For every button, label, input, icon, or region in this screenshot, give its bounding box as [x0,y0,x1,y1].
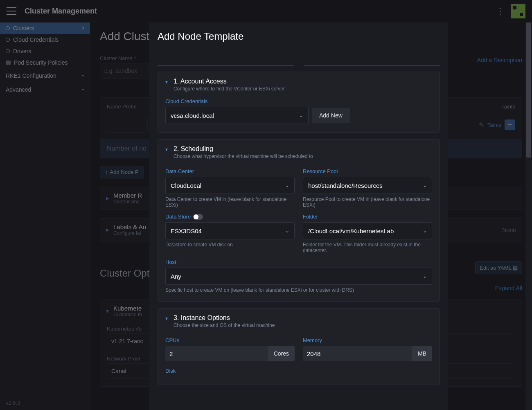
cpus-unit: Cores [268,346,295,361]
name-prefix-input[interactable] [107,117,148,133]
hamburger-menu-icon[interactable] [7,7,16,15]
datacenter-select[interactable]: CloudLocal ⌄ [165,177,295,194]
memory-input[interactable] [303,346,412,361]
sidebar-section-label: Advanced [6,86,31,93]
folder-select[interactable]: /CloudLocal/vm/KubernetesLab ⌄ [303,222,432,239]
brand-logo[interactable] [511,4,525,18]
cpus-input[interactable] [165,346,268,361]
datastore-label: Data Store [165,214,295,220]
chevron-down-icon: › [81,89,86,90]
resourcepool-label: Resource Pool [303,168,432,174]
modal-tab-1[interactable] [158,54,294,66]
sidebar-item-clusters[interactable]: Clusters 2 [0,23,90,34]
plus-icon: + [105,169,108,175]
folder-hint: Folder for the VM. This folder must alre… [303,242,432,253]
sidebar-item-label: Drivers [13,48,31,54]
account-access-header[interactable]: ▼ 1. Account Access Configure where to f… [158,72,440,96]
add-node-pool-button[interactable]: + Add Node P [100,166,144,178]
resourcepool-hint: Resource Pool to create VM in (leave bla… [303,196,432,208]
datastore-toggle[interactable] [193,214,203,220]
driver-icon [6,49,10,53]
sidebar-item-pod-security[interactable]: Pod Security Policies [0,57,90,68]
scheduling-header[interactable]: ▼ 2. Scheduling Choose what hypervisor t… [158,140,440,163]
folder-label: Folder [303,214,432,220]
folder-icon [6,61,11,65]
kebab-menu-icon[interactable]: ⋮ [495,6,505,16]
cluster-name-input[interactable] [100,63,149,79]
file-icon: ▤ [513,265,518,271]
instance-options-section: ▼ 3. Instance Options Choose the size an… [158,308,440,385]
credential-icon [6,38,10,42]
datacenter-label: Data Center [165,168,295,174]
memory-label: Memory [303,337,432,343]
cloud-credentials-label: Cloud Credentials [165,98,432,104]
taints-link[interactable]: Taints [487,122,501,128]
host-label: Host [165,259,432,265]
modal-title: Add Node Template [158,31,440,42]
modal-tab-2[interactable] [304,54,440,66]
chevron-down-icon: ⌄ [423,228,427,234]
host-select[interactable]: Any ⌄ [165,268,432,285]
cpus-label: CPUs [165,337,295,343]
edit-as-yaml-button[interactable]: Edit as YAML ▤ [475,261,522,274]
sidebar-section-label: RKE1 Configuration [6,72,56,79]
instance-options-header[interactable]: ▼ 3. Instance Options Choose the size an… [158,309,440,332]
scrollbar-thumb[interactable] [526,23,531,158]
add-node-template-modal: Add Node Template ▼ 1. Account Access Co… [149,23,448,410]
account-access-section: ▼ 1. Account Access Configure where to f… [158,72,440,133]
chevron-down-icon: ⌄ [285,228,289,234]
cluster-options-title: Cluster Opt [100,268,149,279]
edit-icon: ✎ [479,121,484,129]
window-scrollbar[interactable] [525,23,532,410]
memory-unit: MB [412,346,432,361]
version-text: v2.6.3 [6,400,20,406]
host-hint: Specific host to create VM on (leave bla… [165,287,432,293]
sidebar-section-rke1[interactable]: RKE1 Configuration › [0,69,90,82]
disk-label: Disk [165,368,432,374]
triangle-right-icon: ▶ [106,228,109,232]
datastore-select[interactable]: ESX3DS04 ⌄ [165,222,295,239]
scheduling-section: ▼ 2. Scheduling Choose what hypervisor t… [158,139,440,302]
triangle-down-icon: ▶ [106,310,110,313]
sidebar-item-label: Clusters [13,25,34,32]
triangle-down-icon: ▼ [165,80,169,84]
sidebar-item-drivers[interactable]: Drivers [0,45,90,57]
sidebar: Clusters 2 Cloud Credentials Drivers Pod… [0,23,90,410]
taints-header: Taints [501,104,515,110]
chevron-down-icon: ⌄ [285,182,289,188]
page-header-title: Cluster Management [25,7,97,16]
top-header: Cluster Management ⋮ [0,0,532,23]
sidebar-item-label: Cloud Credentials [13,36,59,43]
sidebar-item-cloud-credentials[interactable]: Cloud Credentials [0,34,90,45]
name-prefix-label: Name Prefix [107,104,136,110]
chevron-down-icon: › [81,75,86,77]
datacenter-hint: Data Center to create VM in (leave blank… [165,196,295,208]
chevron-down-icon: ⌄ [299,113,303,118]
cloud-credentials-select[interactable]: vcsa.cloud.local ⌄ [165,107,309,124]
sidebar-item-count: 2 [81,25,84,32]
resourcepool-select[interactable]: host/standalone/Resources ⌄ [303,177,432,194]
chevron-down-icon: ⌄ [423,182,427,188]
add-description-link[interactable]: Add a Description [477,57,522,63]
triangle-down-icon: ▼ [165,316,169,321]
add-new-credential-button[interactable]: Add New [312,108,350,123]
none-text: None [503,227,516,233]
datastore-hint: Datastore to create VM disk on [165,242,295,248]
triangle-right-icon: ▶ [106,196,109,200]
sidebar-section-advanced[interactable]: Advanced › [0,83,90,96]
remove-button[interactable]: − [505,119,515,130]
sidebar-item-label: Pod Security Policies [14,59,68,66]
cluster-icon [6,26,10,30]
triangle-down-icon: ▼ [165,147,169,152]
chevron-down-icon: ⌄ [423,273,427,279]
